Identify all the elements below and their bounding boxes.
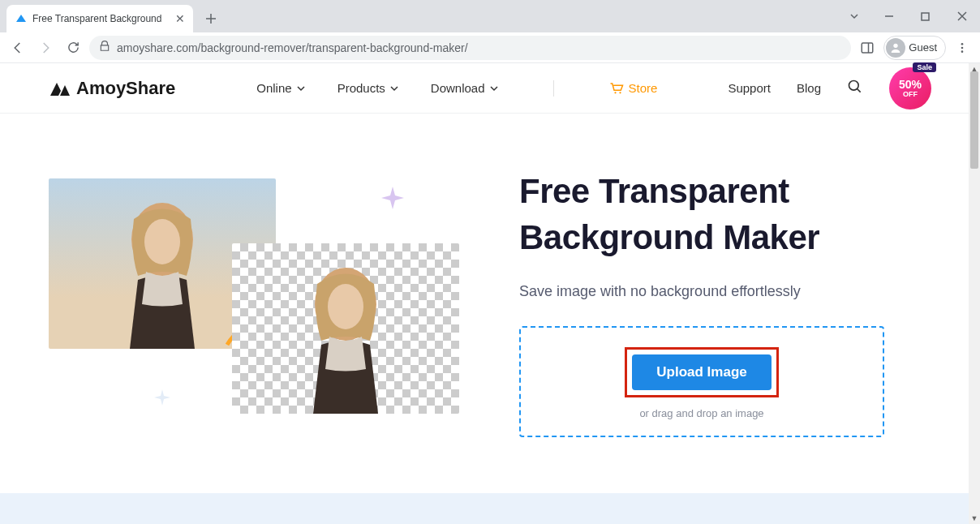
hero-graphic xyxy=(49,162,471,524)
nav-divider xyxy=(553,80,554,97)
sparkle-icon xyxy=(154,389,170,406)
drag-hint-text: or drag and drop an image xyxy=(639,407,763,419)
svg-rect-0 xyxy=(922,13,929,20)
search-icon[interactable] xyxy=(847,79,863,98)
right-nav: Support Blog Sale 50% OFF xyxy=(728,67,931,110)
window-controls xyxy=(838,0,980,32)
vertical-scrollbar[interactable]: ▲ ▼ xyxy=(969,63,980,524)
title-line-2: Background Maker xyxy=(519,218,819,256)
browser-reload-button[interactable] xyxy=(62,37,84,59)
cart-icon xyxy=(609,82,624,95)
url-path: /background-remover/transparent-backgrou… xyxy=(198,41,468,54)
nav-label: Products xyxy=(337,81,385,95)
window-minimize-button[interactable] xyxy=(870,0,907,32)
store-label: Store xyxy=(629,81,658,95)
svg-point-10 xyxy=(144,219,180,264)
address-url: amoyshare.com/background-remover/transpa… xyxy=(117,41,468,54)
chevron-down-icon xyxy=(390,84,398,92)
nav-online[interactable]: Online xyxy=(256,81,304,95)
nav-label: Download xyxy=(431,81,485,95)
nav-label: Online xyxy=(256,81,291,95)
site-header: AmoyShare Online Products Download Store… xyxy=(0,63,980,114)
tab-favicon xyxy=(15,12,28,25)
site-logo[interactable]: AmoyShare xyxy=(49,78,175,99)
url-host: amoyshare.com xyxy=(117,41,198,54)
upload-drop-zone[interactable]: Upload Image or drag and drop an image xyxy=(519,326,884,437)
address-bar[interactable]: amoyshare.com/background-remover/transpa… xyxy=(89,36,851,60)
hero-text: Free Transparent Background Maker Save i… xyxy=(519,162,931,524)
svg-rect-1 xyxy=(862,43,874,53)
svg-point-2 xyxy=(894,43,898,47)
svg-point-5 xyxy=(961,50,964,53)
browser-tab[interactable]: Free Transparent Background ✕ xyxy=(6,5,193,32)
profile-label: Guest xyxy=(909,41,937,54)
person-silhouette xyxy=(285,260,406,414)
page-title: Free Transparent Background Maker xyxy=(519,169,931,260)
nav-store[interactable]: Store xyxy=(609,81,658,95)
upload-highlight-box: Upload Image xyxy=(625,347,778,397)
svg-point-7 xyxy=(619,92,621,93)
chevron-down-icon xyxy=(490,84,498,92)
sale-tag: Sale xyxy=(913,62,936,72)
logo-icon xyxy=(49,79,71,97)
transparent-image xyxy=(232,243,459,414)
profile-chip[interactable]: Guest xyxy=(883,36,946,60)
browser-back-button[interactable] xyxy=(6,37,29,59)
footer-band xyxy=(0,493,980,524)
new-tab-button[interactable] xyxy=(200,7,222,30)
side-panel-icon[interactable] xyxy=(856,37,879,59)
page-subtitle: Save image with no background effortless… xyxy=(519,283,931,300)
scrollbar-thumb[interactable] xyxy=(970,71,978,169)
main-nav: Online Products Download Store xyxy=(256,80,657,97)
chevron-down-icon xyxy=(297,84,305,92)
svg-point-8 xyxy=(849,80,859,90)
avatar-icon xyxy=(886,38,905,58)
window-close-button[interactable] xyxy=(943,0,980,32)
svg-point-12 xyxy=(328,284,363,329)
nav-products[interactable]: Products xyxy=(337,81,398,95)
title-line-1: Free Transparent xyxy=(519,172,789,210)
sparkle-icon xyxy=(381,187,404,209)
lock-icon xyxy=(99,41,110,55)
sale-percent: 50% xyxy=(899,79,922,90)
logo-text: AmoyShare xyxy=(76,78,175,99)
nav-label: Blog xyxy=(797,81,821,95)
scroll-down-icon[interactable]: ▼ xyxy=(969,513,980,524)
svg-point-4 xyxy=(961,46,964,49)
main-content: Free Transparent Background Maker Save i… xyxy=(0,114,980,524)
browser-menu-icon[interactable] xyxy=(951,37,974,59)
sale-badge[interactable]: Sale 50% OFF xyxy=(889,67,931,110)
window-maximize-button[interactable] xyxy=(907,0,943,32)
browser-toolbar: amoyshare.com/background-remover/transpa… xyxy=(0,32,980,63)
svg-point-3 xyxy=(961,43,964,45)
nav-label: Support xyxy=(728,81,771,95)
nav-support[interactable]: Support xyxy=(728,81,771,95)
tabs-dropdown-icon[interactable] xyxy=(838,0,870,32)
svg-point-6 xyxy=(614,92,616,93)
browser-tab-strip: Free Transparent Background ✕ xyxy=(0,0,980,32)
tab-close-icon[interactable]: ✕ xyxy=(175,12,185,25)
browser-forward-button[interactable] xyxy=(34,37,57,59)
nav-download[interactable]: Download xyxy=(431,81,498,95)
upload-image-button[interactable]: Upload Image xyxy=(632,354,771,390)
sale-off: OFF xyxy=(903,90,918,98)
tab-title: Free Transparent Background xyxy=(32,13,170,24)
person-silhouette xyxy=(101,195,223,349)
nav-blog[interactable]: Blog xyxy=(797,81,821,95)
